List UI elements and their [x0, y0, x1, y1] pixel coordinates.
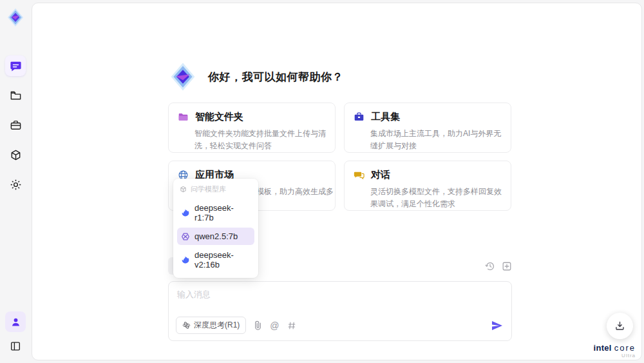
app-logo-icon[interactable]	[5, 6, 26, 28]
sidebar-item-toolbox[interactable]	[5, 115, 26, 135]
toolset-icon	[354, 112, 365, 123]
model-dropdown-header: 问学模型库	[177, 183, 254, 198]
sidebar-item-settings[interactable]	[5, 174, 26, 195]
cube-icon	[10, 149, 22, 161]
history-icon[interactable]	[485, 261, 495, 271]
model-dropdown-header-label: 问学模型库	[191, 184, 226, 194]
card-toolset[interactable]: 工具集 集成市场上主流工具，助力AI与外界无缝扩展与对接	[344, 103, 511, 153]
card-title: 工具集	[371, 111, 400, 123]
ultra-wordmark: Ultra	[594, 353, 636, 358]
greeting-text: 你好，我可以如何帮助你？	[208, 70, 343, 84]
chat-bubble-icon	[10, 60, 22, 72]
deepseek-icon	[181, 255, 190, 264]
chat-input-box[interactable]: 输入消息 深度思考(R1)	[168, 281, 512, 341]
sidebar	[0, 0, 31, 363]
sidebar-item-collapse[interactable]	[5, 336, 26, 357]
greeting-header: 你好，我可以如何帮助你？	[168, 62, 512, 92]
model-option-label: qwen2.5:7b	[194, 231, 238, 241]
card-description-partial: 本模板，助力高效生成多	[249, 186, 326, 198]
deepseek-icon	[181, 208, 190, 217]
card-smart-folder[interactable]: 智能文件夹 智能文件夹功能支持批量文件上传与清洗，轻松实现文件问答	[168, 103, 336, 153]
model-option-label: deepseek-v2:16b	[194, 250, 251, 270]
panel-layout-icon	[10, 340, 21, 352]
deep-think-label: 深度思考(R1)	[194, 320, 240, 331]
core-wordmark: core	[614, 343, 636, 353]
smart-folder-icon	[178, 112, 189, 123]
card-description: 灵活切换多模型文件，支持多样回复效果调试，满足个性化需求	[370, 186, 502, 210]
gear-icon	[10, 179, 22, 191]
model-option-deepseek-r1[interactable]: deepseek-r1:7b	[177, 199, 254, 226]
chat-input-placeholder: 输入消息	[177, 289, 211, 300]
repo-icon	[180, 186, 187, 193]
briefcase-icon	[10, 119, 22, 132]
model-option-qwen[interactable]: qwen2.5:7b	[177, 228, 254, 245]
attachment-icon[interactable]	[254, 320, 262, 330]
send-icon[interactable]	[491, 320, 503, 331]
at-mention-icon[interactable]: @	[270, 320, 279, 331]
card-description: 智能文件夹功能支持批量文件上传与清洗，轻松实现文件问答	[194, 128, 326, 152]
main-panel: 你好，我可以如何帮助你？ 智能文件夹 智能文件夹功能支持批量文件上传与清洗，轻松…	[32, 3, 642, 360]
sidebar-item-folders[interactable]	[5, 85, 26, 106]
card-title: 对话	[371, 169, 390, 181]
grid-icon[interactable]	[287, 321, 296, 330]
model-option-label: deepseek-r1:7b	[194, 203, 251, 222]
new-chat-icon[interactable]	[502, 261, 512, 271]
download-button[interactable]	[607, 313, 633, 339]
dialog-icon	[354, 170, 365, 181]
feature-cards: 智能文件夹 智能文件夹功能支持批量文件上传与清洗，轻松实现文件问答 工具集 集	[168, 103, 512, 211]
folder-icon	[10, 90, 22, 102]
card-title: 智能文件夹	[195, 111, 243, 123]
user-icon	[10, 317, 21, 328]
qwen-icon	[181, 232, 190, 241]
sidebar-item-chat[interactable]	[5, 55, 26, 76]
intel-core-badge: intel core Ultra	[594, 344, 636, 358]
atom-icon	[182, 321, 191, 329]
card-dialog[interactable]: 对话 灵活切换多模型文件，支持多样回复效果调试，满足个性化需求	[344, 161, 511, 211]
card-description: 集成市场上主流工具，助力AI与外界无缝扩展与对接	[370, 128, 502, 152]
model-option-deepseek-v2[interactable]: deepseek-v2:16b	[177, 246, 254, 273]
sidebar-item-models[interactable]	[5, 144, 26, 165]
model-dropdown-menu: 问学模型库 deepseek-r1:7b	[173, 179, 258, 278]
sidebar-item-account[interactable]	[5, 311, 26, 332]
deep-think-toggle[interactable]: 深度思考(R1)	[176, 317, 246, 334]
app-logo-large-icon	[168, 62, 198, 92]
intel-wordmark: intel	[594, 343, 612, 353]
